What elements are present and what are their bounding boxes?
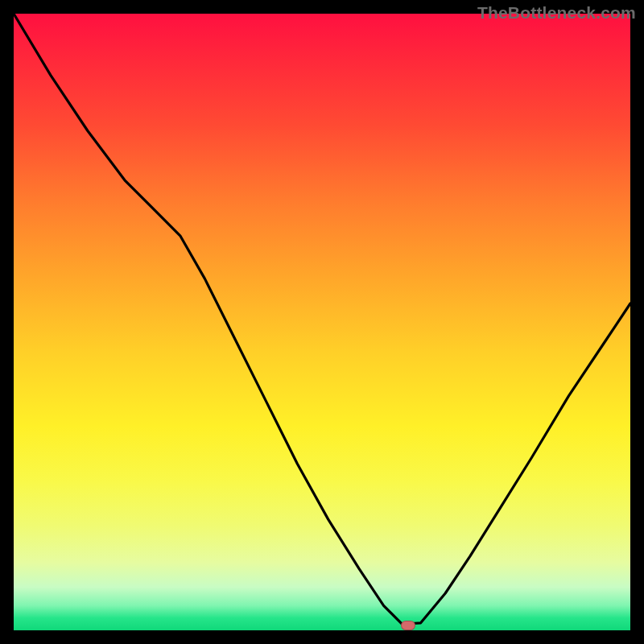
watermark-text: TheBottleneck.com	[477, 3, 636, 23]
plot-area	[14, 14, 630, 630]
chart-frame: TheBottleneck.com	[0, 0, 644, 644]
bottleneck-curve	[14, 14, 630, 630]
optimal-marker	[401, 621, 415, 630]
